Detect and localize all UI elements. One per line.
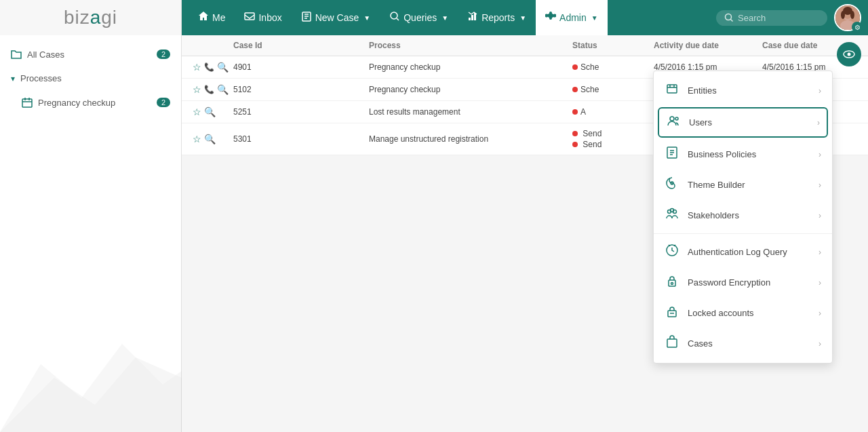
expand-icon: ▾: [11, 74, 15, 83]
dropdown-password-encryption-label: Password Encryption: [688, 277, 770, 288]
search-input[interactable]: [738, 13, 819, 23]
case-id-cell: 5301: [233, 134, 369, 144]
search-row-icon[interactable]: 🔍: [217, 62, 229, 73]
svg-rect-4: [471, 15, 473, 20]
sidebar-all-cases-label: All Cases: [27, 50, 64, 60]
search-row-icon[interactable]: 🔍: [217, 84, 229, 95]
star-icon[interactable]: ☆: [193, 134, 201, 144]
dropdown-stakeholders-label: Stakeholders: [688, 210, 739, 220]
theme-builder-chevron: ›: [818, 180, 821, 190]
password-encryption-icon: [665, 274, 679, 291]
dropdown-cases-label: Cases: [688, 338, 713, 349]
cases-icon: [665, 335, 679, 352]
star-icon[interactable]: ☆: [193, 84, 201, 95]
dropdown-item-theme-builder[interactable]: Theme Builder ›: [654, 170, 832, 200]
dropdown-item-password-encryption[interactable]: Password Encryption ›: [654, 267, 832, 298]
dropdown-business-policies-label: Business Policies: [688, 149, 756, 159]
search-box: [716, 10, 827, 26]
dropdown-users-label: Users: [689, 117, 712, 127]
search-row-icon[interactable]: 🔍: [204, 106, 216, 117]
phone-icon[interactable]: 📞: [204, 85, 214, 94]
pregnancy-badge: 2: [157, 98, 170, 107]
theme-builder-icon: [665, 176, 679, 193]
dropdown-item-users[interactable]: Users ›: [658, 107, 828, 138]
sidebar-item-pregnancy-checkup[interactable]: Pregnancy checkup 2: [0, 90, 181, 115]
sidebar-processes-label: Processes: [20, 73, 62, 83]
users-icon: [666, 114, 681, 131]
svg-point-20: [670, 117, 674, 121]
admin-icon: [545, 11, 556, 24]
nav-item-new-case[interactable]: New Case ▼: [292, 0, 380, 35]
search-row-icon[interactable]: 🔍: [204, 134, 216, 144]
star-icon[interactable]: ☆: [193, 62, 201, 73]
process-cell: Pregnancy checkup: [369, 85, 572, 94]
auth-log-chevron: ›: [818, 248, 821, 257]
home-icon: [198, 11, 209, 24]
dropdown-auth-log-label: Authentication Log Query: [688, 247, 787, 257]
col-actions: [193, 41, 233, 50]
search-icon: [724, 13, 734, 22]
status-cell: A: [572, 107, 654, 117]
main-content: Case Id Process Status Activity due date…: [182, 35, 868, 432]
dropdown-item-auth-log[interactable]: Authentication Log Query ›: [654, 237, 832, 267]
dropdown-item-stakeholders[interactable]: Stakeholders ›: [654, 200, 832, 231]
stakeholders-icon: [665, 207, 679, 224]
nav-inbox-label: Inbox: [258, 12, 281, 23]
dropdown-item-cases[interactable]: Cases ›: [654, 328, 832, 359]
case-id-cell: 5251: [233, 107, 369, 117]
svg-point-2: [391, 12, 397, 19]
svg-point-26: [671, 209, 674, 212]
col-activity-due: Activity due date: [654, 41, 762, 50]
row-actions: ☆ 🔍: [193, 134, 233, 144]
inbox-icon: [244, 11, 255, 24]
password-encryption-chevron: ›: [818, 278, 821, 288]
sidebar-item-all-cases[interactable]: All Cases 2: [0, 42, 181, 66]
sidebar-pregnancy-label: Pregnancy checkup: [38, 98, 115, 108]
nav-item-inbox[interactable]: Inbox: [235, 0, 291, 35]
status-cell: Send Send: [572, 129, 654, 149]
col-case-id: Case Id: [233, 41, 369, 50]
svg-point-12: [841, 11, 845, 19]
locked-accounts-icon: [665, 305, 679, 321]
business-policies-chevron: ›: [818, 150, 821, 159]
sidebar-item-processes[interactable]: ▾ Processes: [0, 66, 181, 90]
locked-accounts-chevron: ›: [818, 309, 821, 318]
svg-rect-14: [22, 99, 32, 107]
admin-dropdown-menu: Entities › Users ›: [653, 71, 833, 364]
status-dot-2: [572, 142, 578, 147]
nav-item-me[interactable]: Me: [189, 0, 235, 35]
user-avatar-wrap[interactable]: ⚙: [834, 4, 861, 31]
nav-me-label: Me: [212, 12, 225, 23]
svg-point-29: [671, 283, 673, 285]
visibility-button[interactable]: [837, 42, 861, 66]
background-mountain: [0, 310, 182, 432]
star-icon[interactable]: ☆: [193, 106, 201, 117]
nav-admin-label: Admin: [559, 12, 587, 23]
queries-caret: ▼: [441, 14, 448, 22]
row-actions: ☆ 📞 🔍: [193, 84, 233, 95]
process-cell: Pregnancy checkup: [369, 62, 572, 72]
dropdown-item-locked-accounts[interactable]: Locked accounts ›: [654, 298, 832, 328]
table-header: Case Id Process Status Activity due date…: [182, 35, 868, 56]
reports-caret: ▼: [519, 14, 526, 22]
stakeholders-chevron: ›: [818, 211, 821, 220]
svg-point-21: [675, 117, 678, 120]
brand-logo: bizagi: [64, 7, 117, 28]
reports-icon: [467, 11, 478, 24]
new-case-icon: [301, 11, 312, 24]
svg-point-18: [848, 53, 851, 56]
row-actions: ☆ 📞 🔍: [193, 62, 233, 73]
nav-item-admin[interactable]: Admin ▼: [536, 0, 608, 35]
dropdown-item-entities[interactable]: Entities ›: [654, 75, 832, 106]
dropdown-entities-label: Entities: [688, 85, 717, 96]
dropdown-item-business-policies[interactable]: Business Policies ›: [654, 139, 832, 170]
nav-queries-label: Queries: [403, 12, 437, 23]
dropdown-theme-builder-label: Theme Builder: [688, 180, 745, 190]
all-cases-badge: 2: [157, 50, 170, 59]
nav-item-reports[interactable]: Reports ▼: [458, 0, 536, 35]
phone-icon[interactable]: 📞: [204, 62, 214, 72]
nav-item-queries[interactable]: Queries ▼: [380, 0, 458, 35]
status-dot: [572, 109, 578, 115]
top-navigation: Me Inbox New Case ▼ Queries ▼ Re: [182, 0, 868, 35]
status-dot: [572, 131, 578, 136]
